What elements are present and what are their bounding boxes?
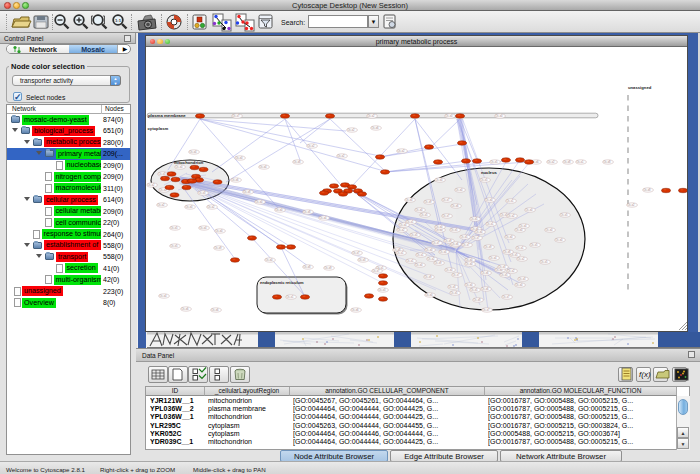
svg-text:f​(x): f​(x) xyxy=(639,370,651,379)
svg-text:1:1: 1:1 xyxy=(115,18,122,23)
